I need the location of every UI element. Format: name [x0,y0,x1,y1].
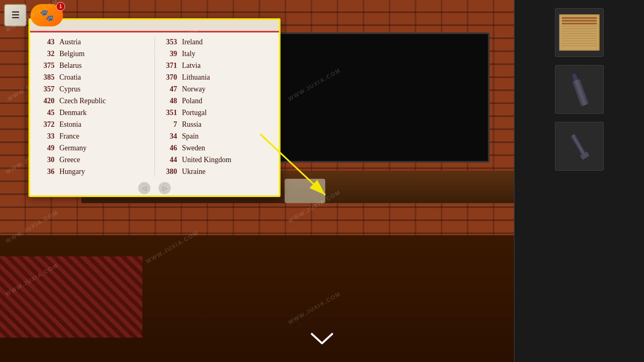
notification-badge: 1 [56,2,65,11]
country-code: 47 [159,85,177,93]
country-name: Norway [182,85,206,93]
hint-button[interactable]: 🐾 1 [30,4,63,26]
table-row: 420 Czech Republic [36,95,150,106]
country-name: Italy [182,50,196,58]
country-code: 30 [36,156,54,164]
flashlight-icon [570,133,587,156]
nav-next-icon: ▷ [163,185,167,191]
bottle-icon [572,79,589,106]
country-code: 351 [159,108,177,117]
nav-next-button[interactable]: ▷ [159,182,171,194]
table-row: 372 Estonia [36,119,150,130]
table-row: 49 Germany [36,143,150,154]
inventory-bottle-item[interactable] [555,65,604,114]
country-code: 357 [36,85,54,93]
table-row: 48 Poland [159,95,273,106]
table-row: 385 Croatia [36,72,150,83]
column-divider [154,37,155,177]
table-row: 380 Ukraine [159,166,273,177]
country-code: 48 [159,97,177,105]
country-name: Greece [59,156,80,164]
country-name: Croatia [59,73,81,82]
country-name: Cyprus [59,85,80,93]
hint-icon: 🐾 [40,9,54,22]
book-overlay: 43 Austria 32 Belgium 375 Belarus 385 Cr… [28,18,281,197]
country-code: 372 [36,120,54,129]
inventory-book-item[interactable] [555,8,604,57]
country-code: 353 [159,38,177,46]
country-code: 375 [36,61,54,70]
table-row: 47 Norway [159,84,273,95]
top-left-ui: ☰ 🐾 1 [4,4,63,26]
table-row: 353 Ireland [159,37,273,48]
book-content: 43 Austria 32 Belgium 375 Belarus 385 Cr… [30,33,279,181]
country-name: Latvia [182,61,201,70]
table-row: 39 Italy [159,48,273,59]
country-name: Hungary [59,167,85,176]
book-header-line [30,31,279,32]
book-left-column: 43 Austria 32 Belgium 375 Belarus 385 Cr… [36,37,150,177]
country-code: 36 [36,167,54,176]
country-name: United Kingdom [182,156,232,164]
table-row: 375 Belarus [36,60,150,71]
table-row: 7 Russia [159,119,273,130]
country-name: Czech Republic [59,97,106,105]
country-code: 420 [36,97,54,105]
country-name: Belarus [59,61,82,70]
country-name: Portugal [182,108,207,117]
country-name: Sweden [182,144,205,152]
table-row: 32 Belgium [36,48,150,59]
bottom-chevron[interactable] [310,332,334,350]
book-right-column: 353 Ireland 39 Italy 371 Latvia 370 Lith… [159,37,273,177]
country-code: 46 [159,144,177,152]
country-code: 43 [36,38,54,46]
right-sidebar [514,0,644,362]
country-name: Spain [182,132,199,141]
country-code: 32 [36,50,54,58]
table-row: 43 Austria [36,37,150,48]
country-name: Poland [182,97,202,105]
desk-phone [285,179,325,203]
country-name: Germany [59,144,87,152]
country-code: 39 [159,50,177,58]
book-footer: ◁ ▷ [30,181,279,195]
country-name: Austria [59,38,81,46]
table-row: 44 United Kingdom [159,154,273,165]
nav-prev-icon: ◁ [142,185,147,191]
country-name: Denmark [59,108,87,117]
table-row: 33 France [36,131,150,142]
country-code: 385 [36,73,54,82]
inventory-flashlight-item[interactable] [555,122,604,171]
table-row: 46 Sweden [159,143,273,154]
country-name: Belgium [59,50,85,58]
country-code: 45 [36,108,54,117]
country-code: 370 [159,73,177,82]
country-name: Ireland [182,38,203,46]
table-row: 36 Hungary [36,166,150,177]
country-code: 371 [159,61,177,70]
book-icon [559,14,600,51]
country-code: 7 [159,120,177,129]
table-row: 45 Denmark [36,107,150,118]
menu-icon: ☰ [11,10,20,21]
nav-prev-button[interactable]: ◁ [138,182,150,194]
table-row: 351 Portugal [159,107,273,118]
table-row: 30 Greece [36,154,150,165]
country-code: 44 [159,156,177,164]
country-name: France [59,132,79,141]
table-row: 357 Cyprus [36,84,150,95]
country-name: Russia [182,120,202,129]
carpet [0,256,142,338]
country-code: 34 [159,132,177,141]
book-header [30,20,279,33]
country-code: 380 [159,167,177,176]
table-row: 370 Lithuania [159,72,273,83]
country-name: Lithuania [182,73,210,82]
menu-button[interactable]: ☰ [4,4,26,26]
table-row: 34 Spain [159,131,273,142]
country-name: Ukraine [182,167,206,176]
country-code: 33 [36,132,54,141]
country-code: 49 [36,144,54,152]
country-name: Estonia [59,120,81,129]
table-row: 371 Latvia [159,60,273,71]
